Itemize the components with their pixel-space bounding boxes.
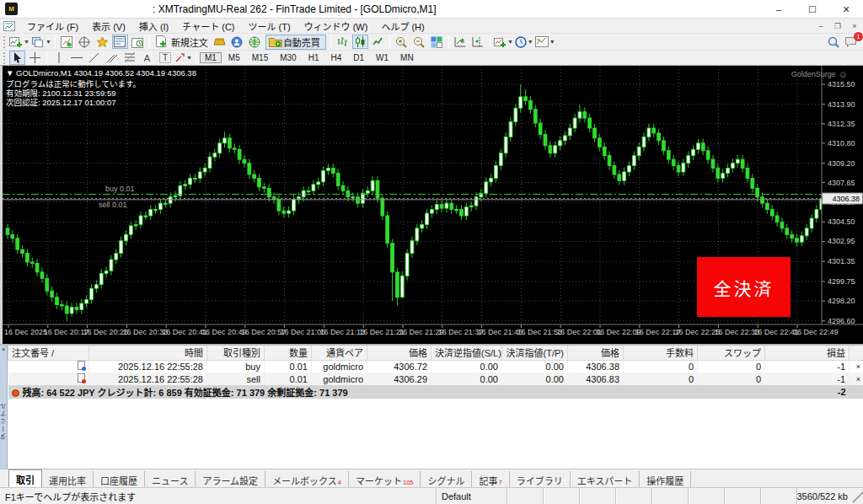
market-watch-button[interactable] [59,35,75,49]
tab-エキスパート[interactable]: エキスパート [571,471,641,487]
cursor-button[interactable] [9,51,25,65]
chart-area[interactable]: buy 0.01sell 0.014315.504313.904312.3543… [0,66,863,344]
column-header[interactable]: スワップ [698,346,765,360]
strategy-tester-button[interactable] [130,35,146,49]
horizontal-line-button[interactable] [68,51,84,65]
tab-記事[interactable]: 記事7 [472,471,509,487]
timeframe-button-mn[interactable]: MN [395,52,419,63]
close-all-button[interactable]: 全決済 [697,257,791,317]
navigator-button[interactable] [94,35,110,49]
status-cell [543,488,579,504]
tab-操作履歴[interactable]: 操作履歴 [640,471,691,487]
indicators-button[interactable]: ▼ [494,35,513,49]
trendline-button[interactable] [86,51,102,65]
toolbar-grip2[interactable] [3,52,7,64]
line-chart-button[interactable] [370,35,386,49]
column-header[interactable]: 時間 [89,346,207,360]
zoom-out-button[interactable] [411,35,427,49]
menu-item[interactable]: ウィンドウ (W) [297,18,375,35]
timeframe-button-d1[interactable]: D1 [348,52,369,63]
tab-マーケット[interactable]: マーケット105 [349,471,421,487]
menu-item[interactable]: 表示 (V) [85,18,132,35]
channel-button[interactable] [104,51,120,65]
child-minimize-icon[interactable]: – [816,22,826,30]
tab-取引[interactable]: 取引 [8,469,42,487]
profiles-button[interactable]: ▼ [31,35,51,49]
zoom-in-button[interactable] [394,35,410,49]
menu-item[interactable]: チャート (C) [175,18,241,35]
timeframe-button-h1[interactable]: H1 [303,52,324,63]
child-restore-icon[interactable]: ❐ [833,22,843,30]
timeframe-button-h4[interactable]: H4 [325,52,346,63]
mql-community-icon[interactable] [229,35,245,49]
web-terminal-icon[interactable] [247,35,263,49]
timeframe-button-m15[interactable]: M15 [247,52,273,63]
menu-item[interactable]: ファイル (F) [20,18,85,35]
timeframe-button-m30[interactable]: M30 [275,52,301,63]
column-header[interactable]: 通貨ペア [312,346,367,360]
data-window-button[interactable] [77,35,93,49]
fibonacci-button[interactable] [121,51,137,65]
tab-シグナル[interactable]: シグナル [421,471,472,487]
tab-ライブラリ[interactable]: ライブラリ [510,471,571,487]
column-header[interactable]: 価格 [568,346,624,360]
svg-text:16 Dec 22:09: 16 Dec 22:09 [596,328,641,336]
tab-アラーム設定[interactable]: アラーム設定 [196,471,265,487]
autotrading-toggle[interactable]: 自動売買 [265,35,326,50]
column-header[interactable]: 注文番号 / [8,346,89,360]
new-order-button[interactable]: 新規注文 [171,35,208,49]
tab-口座履歴[interactable]: 口座履歴 [94,471,145,487]
menu-item[interactable]: 挿入 (I) [132,18,175,35]
close-button[interactable]: ✕ [829,0,863,19]
tab-メールボックス[interactable]: メールボックス4 [265,471,349,487]
column-header[interactable]: 決済逆指値(S/L) [432,346,502,360]
timeframe-button-w1[interactable]: W1 [371,52,394,63]
column-header[interactable]: 手数料 [624,346,698,360]
child-close-icon[interactable]: × [850,22,860,30]
column-header[interactable]: 数量 [265,346,312,360]
column-header[interactable]: 決済指値(T/P) [502,346,568,360]
terminal-button[interactable] [112,35,128,49]
order-row[interactable]: 2025.12.16 22:55:28buy0.01goldmicro4306.… [8,360,863,373]
templates-button[interactable]: ▼ [535,35,555,49]
candlestick-chart-button[interactable] [352,35,368,49]
vertical-line-button[interactable] [51,51,67,65]
menu-item[interactable]: ツール (T) [242,18,297,35]
column-header[interactable]: 損益 [765,346,850,360]
minimize-button[interactable]: – [762,0,796,19]
bar-chart-button[interactable] [335,35,351,49]
column-header[interactable]: 価格 [367,346,432,360]
close-position-icon[interactable]: × [850,360,863,373]
crosshair-button[interactable] [27,51,43,65]
time-axis[interactable]: 16 Dec 202516 Dec 20:1716 Dec 20:2516 De… [4,328,839,336]
notifications-icon[interactable]: 1 [843,35,859,49]
tab-ニュース[interactable]: ニュース [145,471,196,487]
status-profile[interactable]: Default [436,488,507,504]
text-button[interactable]: A [139,51,155,65]
chart-shift-button[interactable] [470,35,486,49]
tab-運用比率[interactable]: 運用比率 [42,471,94,487]
timeframe-button-m5[interactable]: M5 [223,52,245,63]
column-header[interactable]: 取引種別 [207,346,265,360]
timeframe-button-m1[interactable]: M1 [200,52,222,63]
depth-of-market-icon[interactable] [212,35,228,49]
order-symbol: goldmicro [312,360,367,373]
menu-item[interactable]: ヘルプ (H) [374,18,431,35]
order-row[interactable]: 2025.12.16 22:55:28sell0.01goldmicro4306… [8,373,863,385]
arrows-button[interactable]: ▼ [174,51,192,65]
resize-grip[interactable] [853,488,863,504]
balance-pad [850,385,863,399]
orders-header-row[interactable]: 注文番号 /時間取引種別数量通貨ペア価格決済逆指値(S/L)決済指値(T/P)価… [8,346,863,360]
tile-windows-button[interactable] [429,35,445,49]
new-order-icon[interactable] [153,35,169,49]
new-chart-button[interactable]: ▼ [9,35,29,49]
auto-scroll-button[interactable] [453,35,469,49]
close-position-icon[interactable]: × [850,373,863,385]
terminal-close-icon[interactable]: × [2,346,6,353]
periods-button[interactable]: ▼ [515,35,533,49]
svg-text:sell 0.01: sell 0.01 [99,201,127,209]
toolbar-grip[interactable] [3,36,7,48]
search-icon[interactable] [825,35,841,49]
maximize-button[interactable]: ☐ [796,0,829,19]
text-label-button[interactable]: T [157,51,173,65]
